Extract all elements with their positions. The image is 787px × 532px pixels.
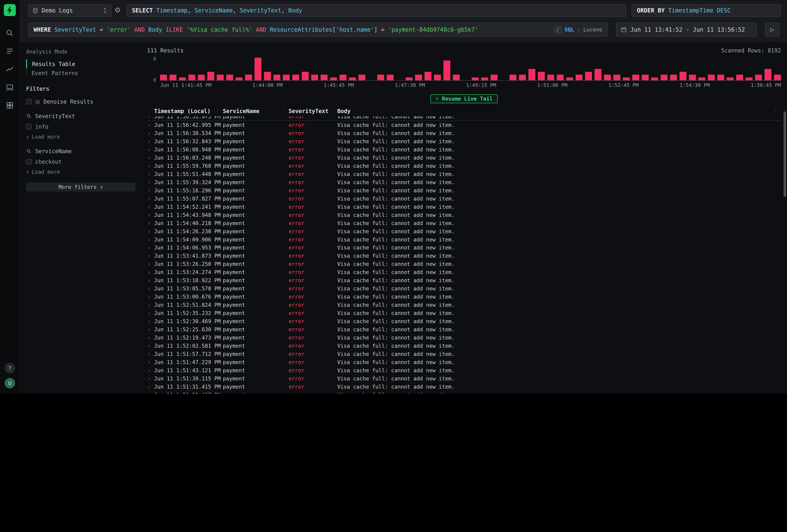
table-row[interactable]: › Jun 11 1:51:57.712 PM payment error Vi… [147,350,781,358]
row-expand-chevron-icon[interactable]: › [147,237,154,242]
table-row[interactable]: › Jun 11 1:53:05.578 PM payment error Vi… [147,284,781,293]
row-expand-chevron-icon[interactable]: › [147,163,154,169]
histogram-bar[interactable] [170,75,176,80]
table-row[interactable]: › Jun 11 1:53:00.676 PM payment error Vi… [147,293,781,301]
row-expand-chevron-icon[interactable]: › [147,147,154,152]
row-expand-chevron-icon[interactable]: › [147,179,154,185]
source-settings-button[interactable]: ⚙ [114,6,121,14]
histogram-bar[interactable] [302,72,309,80]
filter-option-checkbox[interactable] [26,124,31,129]
row-expand-chevron-icon[interactable]: › [147,139,154,144]
table-row[interactable]: › Jun 11 1:55:39.324 PM payment error Vi… [147,178,781,186]
table-row[interactable]: › Jun 11 1:56:08.948 PM payment error Vi… [147,145,781,154]
row-expand-chevron-icon[interactable]: › [147,228,154,234]
histogram-bar[interactable] [340,75,346,80]
table-row[interactable]: › Jun 11 1:52:19.473 PM payment error Vi… [147,334,781,342]
nav-logs-button[interactable] [3,45,16,57]
table-row[interactable]: › Jun 11 1:52:51.824 PM payment error Vi… [147,301,781,309]
histogram-bar[interactable] [226,75,233,80]
histogram-bar[interactable] [613,75,620,80]
histogram-bar[interactable] [207,72,214,80]
where-query-input[interactable]: WHERE SeverityText = 'error' AND Body IL… [28,22,608,37]
histogram-bar[interactable] [236,78,242,80]
table-row[interactable]: › Jun 11 1:55:51.448 PM payment error Vi… [147,170,781,178]
more-filters-button[interactable]: More filters ∨ [26,183,135,192]
table-row[interactable]: › Jun 11 1:51:31.415 PM payment error Vi… [147,383,781,391]
row-expand-chevron-icon[interactable]: › [147,171,154,177]
row-expand-chevron-icon[interactable]: › [147,245,154,251]
table-row[interactable]: › Jun 11 1:54:43.948 PM payment error Vi… [147,211,781,219]
table-row[interactable]: › Jun 11 1:56:51.975 PM payment error Vi… [147,116,781,121]
table-row[interactable]: › Jun 11 1:52:02.581 PM payment error Vi… [147,342,781,350]
histogram-bar[interactable] [632,75,639,80]
table-row[interactable]: › Jun 11 1:54:52.241 PM payment error Vi… [147,203,781,211]
table-row[interactable]: › Jun 11 1:53:26.250 PM payment error Vi… [147,260,781,268]
load-more-link[interactable]: ∨ Load more [20,134,142,140]
histogram-bar[interactable] [434,75,441,80]
row-expand-chevron-icon[interactable]: › [147,220,154,226]
sql-mode-toggle[interactable]: SQL [565,27,574,33]
row-expand-chevron-icon[interactable]: › [147,253,154,259]
table-row[interactable]: › Jun 11 1:51:47.229 PM payment error Vi… [147,358,781,366]
table-row[interactable]: › Jun 11 1:56:03.248 PM payment error Vi… [147,154,781,162]
row-expand-chevron-icon[interactable]: › [147,294,154,300]
column-resize-handle[interactable]: ⋮ [281,108,286,114]
col-severitytext[interactable]: SeverityText [289,108,337,114]
histogram-bar[interactable] [519,75,526,80]
histogram-bar[interactable] [415,75,422,80]
histogram-bar[interactable] [481,78,488,80]
histogram-bar[interactable] [557,75,563,80]
histogram-bar[interactable] [311,75,318,80]
filter-option-checkbox[interactable] [26,159,31,165]
histogram-bar[interactable] [765,69,771,80]
histogram-bar[interactable] [538,72,545,80]
row-expand-chevron-icon[interactable]: › [147,122,154,128]
histogram-bar[interactable] [623,78,630,80]
histogram-bar[interactable] [377,75,384,80]
row-expand-chevron-icon[interactable]: › [147,286,154,292]
table-row[interactable]: › Jun 11 1:52:35.232 PM payment error Vi… [147,309,781,317]
table-row[interactable]: › Jun 11 1:56:42.995 PM payment error Vi… [147,121,781,129]
histogram-bar[interactable] [566,78,573,80]
row-expand-chevron-icon[interactable]: › [147,116,154,120]
histogram-bar[interactable] [160,75,167,80]
histogram-bar[interactable] [727,78,733,80]
histogram-bar[interactable] [255,58,261,80]
table-row[interactable]: › Jun 11 1:51:22.457 PM payment error Vi… [147,391,781,393]
histogram-bar[interactable] [406,78,412,80]
table-row[interactable]: › Jun 11 1:54:09.906 PM payment error Vi… [147,235,781,243]
histogram-bar[interactable] [273,75,280,80]
table-row[interactable]: › Jun 11 1:55:07.827 PM payment error Vi… [147,194,781,203]
row-expand-chevron-icon[interactable]: › [147,196,154,201]
row-expand-chevron-icon[interactable]: › [147,326,154,333]
nav-sessions-button[interactable] [3,81,16,93]
column-resize-handle[interactable]: ⋮ [215,108,220,114]
table-row[interactable]: › Jun 11 1:51:39.115 PM payment error Vi… [147,375,781,383]
filter-option[interactable]: info [20,123,142,130]
row-expand-chevron-icon[interactable]: › [147,335,154,341]
user-avatar[interactable]: U [4,378,15,388]
histogram-bar[interactable] [349,78,356,80]
table-row[interactable]: › Jun 11 1:54:26.230 PM payment error Vi… [147,227,781,235]
app-logo[interactable] [4,4,16,16]
row-expand-chevron-icon[interactable]: › [147,188,154,193]
row-expand-chevron-icon[interactable]: › [147,367,154,374]
table-row[interactable]: › Jun 11 1:54:40.218 PM payment error Vi… [147,219,781,227]
scrollbar-thumb[interactable] [784,111,786,197]
filter-option[interactable]: checkout [20,158,142,165]
histogram-bar[interactable] [698,78,705,80]
histogram-bar[interactable] [547,75,554,80]
histogram-bar[interactable] [217,75,224,80]
table-row[interactable]: › Jun 11 1:55:59.760 PM payment error Vi… [147,162,781,170]
select-query-input[interactable]: SELECT Timestamp, ServiceName, SeverityT… [127,4,626,17]
histogram-bar[interactable] [595,69,601,80]
histogram-bar[interactable] [198,75,205,80]
histogram-bar[interactable] [774,75,781,80]
row-expand-chevron-icon[interactable]: › [147,302,154,308]
histogram-bar[interactable] [604,75,611,80]
col-body[interactable]: Body ⋮ [337,108,781,114]
histogram-bar[interactable] [358,75,365,80]
table-options-button[interactable]: ⋮ [773,108,778,114]
histogram-bar[interactable] [491,75,497,80]
histogram-bar[interactable] [585,72,592,80]
